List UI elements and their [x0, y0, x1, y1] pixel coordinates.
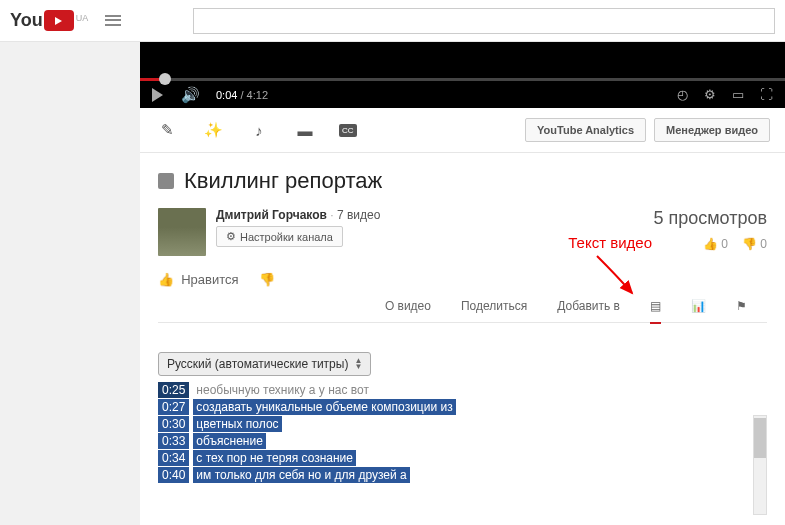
- analytics-button[interactable]: YouTube Analytics: [525, 118, 646, 142]
- tab-report[interactable]: ⚑: [736, 299, 747, 313]
- play-button[interactable]: [152, 88, 163, 102]
- sidebar: [0, 42, 140, 525]
- tab-transcript[interactable]: ▤: [650, 299, 661, 324]
- search-input[interactable]: [193, 8, 775, 34]
- like-button[interactable]: 👍 Нравится: [158, 272, 239, 287]
- annotations-icon[interactable]: ▬: [293, 122, 317, 139]
- time-display: 0:04 / 4:12: [216, 89, 268, 101]
- transcript-row[interactable]: 0:25необычную технику а у нас вот: [158, 382, 767, 398]
- volume-icon[interactable]: 🔊: [181, 86, 200, 104]
- audio-icon[interactable]: ♪: [247, 122, 271, 139]
- view-count: 5 просмотров: [653, 208, 767, 229]
- watch-later-icon[interactable]: ◴: [677, 87, 688, 102]
- guide-menu-icon[interactable]: [103, 11, 123, 31]
- theater-icon[interactable]: ▭: [732, 87, 744, 102]
- country-code: UA: [76, 13, 89, 23]
- transcript-row[interactable]: 0:33объяснение: [158, 433, 767, 449]
- transcript-row[interactable]: 0:27создавать уникальные объеме композиц…: [158, 399, 767, 415]
- enhance-icon[interactable]: ✨: [201, 121, 225, 139]
- video-player[interactable]: 🔊 0:04 / 4:12 ◴ ⚙ ▭ ⛶: [140, 42, 785, 108]
- gear-icon: ⚙: [226, 230, 236, 243]
- tab-stats[interactable]: 📊: [691, 299, 706, 313]
- tab-share[interactable]: Поделиться: [461, 299, 527, 313]
- youtube-logo[interactable]: You UA: [10, 10, 88, 31]
- like-count: 👍 0: [703, 237, 728, 251]
- captions-icon[interactable]: CC: [339, 124, 357, 137]
- video-count: 7 видео: [337, 208, 380, 222]
- channel-name[interactable]: Дмитрий Горчаков: [216, 208, 327, 222]
- transcript-row[interactable]: 0:30цветных полос: [158, 416, 767, 432]
- tab-about[interactable]: О видео: [385, 299, 431, 313]
- language-select[interactable]: Русский (автоматические титры) ▲▼: [158, 352, 371, 376]
- transcript-row[interactable]: 0:34с тех пор не теряя сознание: [158, 450, 767, 466]
- transcript-row[interactable]: 0:40им только для себя но и для друзей а: [158, 467, 767, 483]
- edit-icon[interactable]: ✎: [155, 121, 179, 139]
- channel-settings-button[interactable]: ⚙ Настройки канала: [216, 226, 343, 247]
- fullscreen-icon[interactable]: ⛶: [760, 87, 773, 102]
- tab-addto[interactable]: Добавить в: [557, 299, 620, 313]
- annotation-arrow: [587, 251, 647, 301]
- transcript-scrollbar[interactable]: [753, 415, 767, 515]
- channel-avatar[interactable]: [158, 208, 206, 256]
- dislike-button[interactable]: 👎: [259, 272, 275, 287]
- video-title: Квиллинг репортаж: [184, 168, 382, 194]
- privacy-icon: [158, 173, 174, 189]
- video-manager-button[interactable]: Менеджер видео: [654, 118, 770, 142]
- settings-icon[interactable]: ⚙: [704, 87, 716, 102]
- dislike-count: 👎 0: [742, 237, 767, 251]
